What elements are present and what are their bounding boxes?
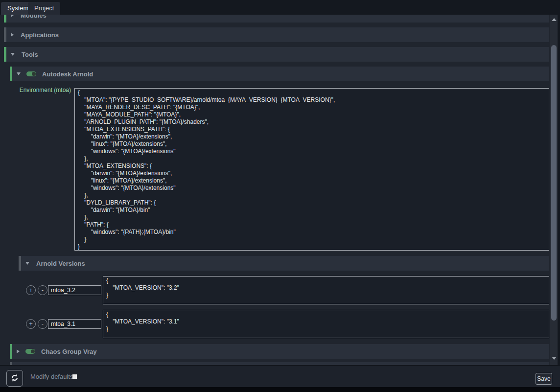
footer-bar: Modify defaults Save	[0, 365, 560, 387]
refresh-button[interactable]	[6, 370, 23, 387]
version-name-input[interactable]	[48, 319, 101, 329]
environment-json-input[interactable]: { "MTOA": "{PYPE_STUDIO_SOFTWARE}/arnold…	[74, 88, 549, 251]
version-json-input[interactable]: { "MTOA_VERSION": "3.2" }	[103, 276, 549, 304]
version-name-input[interactable]	[48, 285, 101, 295]
override-state-bar	[19, 256, 21, 271]
section-header-chaos-group-vray[interactable]: Chaos Group Vray	[10, 344, 549, 359]
override-state-bar	[10, 344, 12, 359]
scroll-up-icon[interactable]	[550, 16, 558, 23]
save-button[interactable]: Save	[536, 373, 552, 385]
chevron-right-icon[interactable]	[11, 15, 14, 17]
remove-item-button[interactable]: -	[38, 285, 47, 295]
chevron-down-icon[interactable]	[11, 53, 15, 56]
add-item-button[interactable]: +	[26, 319, 36, 329]
section-header-autodesk-arnold[interactable]: Autodesk Arnold	[10, 67, 549, 81]
section-title: Chaos Group Vray	[41, 348, 96, 355]
chevron-right-icon[interactable]	[17, 349, 20, 353]
section-header-applications[interactable]: Applications	[4, 27, 549, 42]
environment-label: Environment (mtoa)	[0, 87, 71, 93]
enabled-toggle[interactable]	[26, 71, 36, 76]
section-title: Arnold Versions	[36, 260, 85, 267]
chevron-down-icon[interactable]	[25, 262, 29, 265]
modify-defaults-label: Modify defaults	[30, 366, 73, 388]
scroll-down-icon[interactable]	[550, 354, 558, 362]
section-title: Applications	[21, 31, 59, 39]
remove-item-button[interactable]: -	[38, 319, 47, 329]
section-title: Tools	[22, 51, 38, 58]
settings-scroll-area: Modules Applications Tools Autodesk Arno…	[0, 15, 550, 365]
toggle-knob-icon	[32, 72, 36, 76]
enabled-toggle[interactable]	[25, 349, 35, 354]
add-item-button[interactable]: +	[26, 285, 36, 295]
override-state-bar	[4, 47, 6, 62]
vertical-scrollbar[interactable]	[550, 15, 558, 365]
chevron-down-icon[interactable]	[17, 72, 21, 75]
section-title: Autodesk Arnold	[42, 70, 93, 78]
section-header-tools[interactable]: Tools	[4, 47, 549, 62]
settings-window: System Project Modules Applications Tool…	[0, 0, 560, 392]
modify-defaults-checkbox[interactable]	[72, 374, 77, 379]
tab-project[interactable]: Project	[28, 2, 60, 15]
window-bottom-edge	[0, 387, 560, 392]
refresh-icon	[10, 373, 19, 384]
section-title: Modules	[21, 15, 47, 19]
section-header-arnold-versions[interactable]: Arnold Versions	[19, 256, 549, 271]
tab-bar: System Project	[0, 0, 560, 15]
override-state-bar	[4, 27, 6, 42]
chevron-right-icon[interactable]	[11, 33, 14, 37]
override-state-bar	[10, 67, 12, 81]
section-header-modules[interactable]: Modules	[4, 15, 549, 23]
override-state-bar	[4, 15, 6, 23]
version-json-input[interactable]: { "MTOA_VERSION": "3.1" }	[103, 310, 549, 338]
scrollbar-thumb[interactable]	[551, 45, 557, 321]
toggle-knob-icon	[31, 349, 35, 353]
